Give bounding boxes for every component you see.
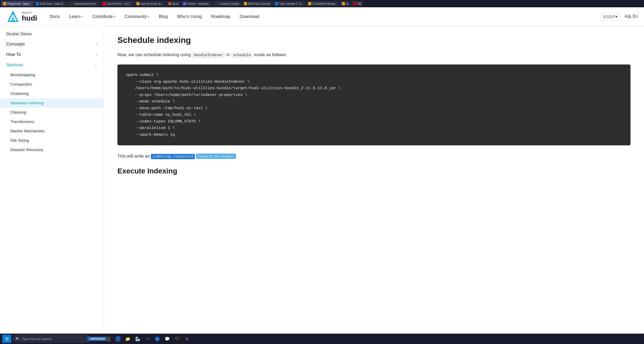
nav-contribute[interactable]: Contribute ▾ bbox=[88, 12, 119, 21]
tab-label: Soumil Shah - YouT... bbox=[107, 2, 132, 5]
sidebar-item-metadata-indexing[interactable]: Metadata Indexing bbox=[0, 98, 104, 108]
browser-tab-topic[interactable]: Topic: Module 2: Di... bbox=[273, 1, 306, 7]
language-selector[interactable]: Aあ En bbox=[625, 14, 638, 19]
search-icon: 🔍 bbox=[16, 337, 20, 341]
taskbar-jobtarget-badge[interactable]: JOBTARGET bbox=[94, 335, 103, 343]
highlight-instant-timeline: instant to the timeline. bbox=[196, 154, 236, 159]
highlight-indexing-requested: indexing.requested bbox=[151, 154, 195, 159]
tab-icon bbox=[70, 2, 73, 5]
sidebar-item-cleaning[interactable]: Cleaning bbox=[0, 108, 104, 117]
sidebar-item-concepts[interactable]: Concepts › bbox=[0, 39, 104, 49]
version-selector[interactable]: 0.13.0 ▾ bbox=[601, 13, 621, 20]
browser-tab-elasticsearch[interactable]: elasticsearch-ltr-de... bbox=[68, 1, 100, 7]
taskbar-folder[interactable]: 📁 bbox=[123, 335, 132, 343]
nav-docs[interactable]: Docs bbox=[45, 12, 64, 21]
page-title: Schedule indexing bbox=[117, 35, 630, 45]
tab-label: Playground - Open... bbox=[7, 2, 31, 5]
taskbar-unknown-2[interactable]: ⚙ bbox=[182, 335, 192, 343]
tab-label: dy bbox=[346, 2, 349, 5]
tab-icon bbox=[244, 2, 247, 5]
nav-blog[interactable]: Blog bbox=[155, 12, 172, 21]
taskbar-edge[interactable]: 🌀 bbox=[113, 335, 123, 343]
sidebar-item-docker-demo[interactable]: Docker Demo bbox=[0, 29, 104, 39]
browser-tab-udf[interactable]: @udf bbox=[166, 1, 181, 7]
sidebar-item-services[interactable]: Services ⌄ bbox=[0, 60, 104, 70]
windows-search-bar[interactable]: 🔍 Type here to search bbox=[12, 335, 90, 343]
tab-label: add-role-to-db-clu... bbox=[141, 2, 163, 5]
inline-code-hoodieindexer: HoodieIndexer bbox=[192, 52, 225, 58]
nav-community[interactable]: Community ▾ bbox=[121, 12, 154, 21]
nav-roadmap[interactable]: Roadmap bbox=[207, 12, 235, 21]
logo-apache-text: Apache bbox=[22, 11, 37, 14]
sidebar-item-marker-mechanism[interactable]: Marker Mechanism bbox=[0, 126, 104, 136]
browser-tab-playground[interactable]: Playground - Open... bbox=[1, 1, 33, 7]
svg-marker-1 bbox=[11, 16, 15, 21]
tab-icon bbox=[36, 2, 39, 5]
tab-icon bbox=[342, 2, 345, 5]
sidebar-item-disaster-recovery[interactable]: Disaster Recovery bbox=[0, 145, 104, 154]
tab-icon bbox=[3, 2, 6, 5]
browser-tab-company[interactable]: Company Details bbox=[213, 1, 241, 7]
nav-download[interactable]: Download bbox=[235, 12, 263, 21]
tab-icon bbox=[308, 2, 311, 5]
nav-whos-using[interactable]: Who's Using bbox=[173, 12, 206, 21]
execute-indexing-title: Execute Indexing bbox=[117, 167, 630, 175]
content-area: Schedule indexing Now, we can schedule i… bbox=[104, 26, 644, 344]
tab-icon bbox=[136, 2, 140, 5]
tab-label: CloudWatch Manag... bbox=[312, 2, 337, 5]
sidebar: Docker Demo Concepts › How To › Services… bbox=[0, 26, 104, 344]
browser-tab-data-team[interactable]: Data Team - Agile B... bbox=[34, 1, 67, 7]
tab-label: RB bbox=[357, 2, 361, 5]
search-placeholder: Type here to search bbox=[22, 337, 52, 341]
taskbar-teams[interactable]: 💬 bbox=[163, 335, 172, 343]
sidebar-item-transformers[interactable]: Transformers bbox=[0, 117, 104, 126]
browser-tabs-bar: Playground - Open... Data Team - Agile B… bbox=[0, 0, 644, 7]
browser-tab-dy[interactable]: dy bbox=[340, 1, 351, 7]
browser-tab-aws-glue[interactable]: AWS Glue Console bbox=[242, 1, 273, 7]
chevron-right-icon: › bbox=[96, 42, 97, 46]
code-content: spark-submit \ --class org.apache.hudi.u… bbox=[126, 72, 622, 138]
browser-tab-youtube[interactable]: Soumil Shah - YouT... bbox=[101, 1, 134, 7]
chevron-down-icon: ⌄ bbox=[94, 63, 97, 67]
windows-taskbar: ⊞ 🔍 Type here to search JOBTARGET ⬛ 🌀 📁 … bbox=[0, 334, 644, 344]
browser-tab-add-role[interactable]: add-role-to-db-clu... bbox=[134, 1, 165, 7]
sidebar-item-compaction[interactable]: Compaction bbox=[0, 80, 104, 89]
svg-point-2 bbox=[12, 12, 14, 15]
taskbar-mail[interactable]: ✉ bbox=[143, 335, 152, 343]
intro-text-2: in bbox=[226, 52, 231, 57]
code-block: spark-submit \ --class org.apache.hudi.u… bbox=[117, 64, 630, 145]
browser-tab-dbdiagram[interactable]: Untitled - dbdiagra... bbox=[181, 1, 213, 7]
tab-label: elasticsearch-ltr-de... bbox=[74, 2, 98, 5]
sidebar-item-clustering[interactable]: Clustering bbox=[0, 89, 104, 98]
taskbar-chrome[interactable]: 🔵 bbox=[153, 335, 162, 343]
sidebar-item-how-to[interactable]: How To › bbox=[0, 49, 104, 60]
tab-icon bbox=[168, 2, 171, 5]
nav-learn[interactable]: Learn ▾ bbox=[65, 12, 87, 21]
windows-start-button[interactable]: ⊞ bbox=[2, 335, 11, 343]
tab-label: @udf bbox=[172, 2, 178, 5]
tab-icon bbox=[215, 2, 218, 5]
nav-items: Docs Learn ▾ Contribute ▾ Community ▾ Bl… bbox=[45, 12, 601, 21]
browser-tab-rb[interactable]: RB bbox=[351, 1, 363, 7]
sidebar-item-file-sizing[interactable]: File Sizing bbox=[0, 136, 104, 145]
taskbar-task-view[interactable]: ⬛ bbox=[103, 335, 113, 343]
tab-icon bbox=[103, 2, 106, 5]
taskbar-unknown-1[interactable]: 🛡 bbox=[172, 335, 182, 343]
navbar: Apache hudi Docs Learn ▾ Contribute ▾ Co… bbox=[0, 7, 644, 26]
tab-label: Topic: Module 2: Di... bbox=[279, 2, 303, 5]
intro-text-1: Now, we can schedule indexing using bbox=[117, 52, 191, 57]
taskbar-store[interactable]: 🏪 bbox=[133, 335, 142, 343]
tab-label: AWS Glue Console bbox=[248, 2, 270, 5]
taskbar-apps: JOBTARGET ⬛ 🌀 📁 🏪 ✉ 🔵 💬 🛡 ⚙ bbox=[94, 335, 192, 343]
browser-tab-cloudwatch[interactable]: CloudWatch Manag... bbox=[306, 1, 339, 7]
chevron-right-icon: › bbox=[96, 53, 97, 57]
tab-label: Company Details bbox=[220, 2, 239, 5]
logo-area[interactable]: Apache hudi bbox=[6, 10, 37, 23]
logo-text-area: Apache hudi bbox=[22, 11, 37, 22]
after-text-1: This will write an bbox=[117, 154, 150, 159]
hudi-logo-icon bbox=[6, 10, 20, 23]
nav-right: 0.13.0 ▾ Aあ En bbox=[601, 13, 638, 20]
sidebar-item-bootstrapping[interactable]: Bootstrapping bbox=[0, 70, 104, 80]
chevron-down-icon: ▾ bbox=[114, 15, 115, 18]
tab-icon bbox=[275, 2, 278, 5]
